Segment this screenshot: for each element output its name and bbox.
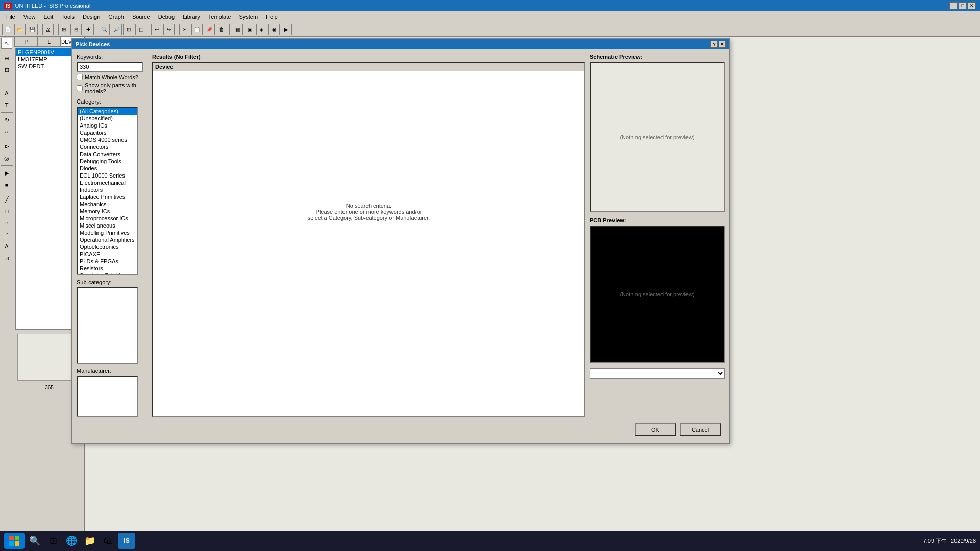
dialog-title-text: Pick Devices (76, 41, 110, 47)
dialog-help-btn[interactable]: ? (710, 41, 718, 48)
dialog-overlay: Pick Devices ? ✕ Keywords: (0, 0, 980, 551)
subcategory-label: Sub-category: (77, 279, 148, 285)
cancel-button[interactable]: Cancel (680, 423, 721, 436)
cat-item-microprocessor-ics[interactable]: Microprocessor ICs (78, 215, 137, 222)
pcb-preview-box: (Nothing selected for preview) (590, 226, 725, 363)
taskbar-edge[interactable]: 🌐 (63, 533, 80, 549)
schematic-preview-box: (Nothing selected for preview) (590, 62, 725, 212)
match-whole-words-checkbox[interactable] (77, 74, 83, 80)
dialog-close-btn[interactable]: ✕ (719, 41, 726, 48)
match-whole-words-row: Match Whole Words? (77, 74, 148, 80)
windows-logo (9, 536, 19, 546)
cat-item-inductors[interactable]: Inductors (78, 186, 137, 193)
show-only-parts-label: Show only parts with models? (85, 82, 148, 94)
cat-item-debugging-tools[interactable]: Debugging Tools (78, 158, 137, 165)
cat-item-data-converters[interactable]: Data Converters (78, 151, 137, 158)
cat-item-sim-primitives[interactable]: Simulator Primitives (78, 272, 137, 275)
cat-item-optoelectronics[interactable]: Optoelectronics (78, 243, 137, 251)
dialog-title-controls: ? ✕ (710, 41, 726, 48)
svg-rect-2 (9, 541, 14, 546)
no-results-line1: No search criteria. (346, 203, 391, 209)
cat-item-resistors[interactable]: Resistors (78, 265, 137, 272)
keywords-input[interactable] (77, 62, 143, 72)
results-header: Results (No Filter) (152, 54, 585, 60)
cat-item-all[interactable]: (All Categories) (78, 108, 137, 115)
manufacturer-listbox[interactable] (77, 376, 138, 417)
taskbar: 🔍 ⊡ 🌐 📁 🛍 IS 7:09 下午 2020/9/28 (0, 531, 980, 551)
match-whole-words-label: Match Whole Words? (85, 74, 138, 80)
taskbar-isis[interactable]: IS (118, 533, 135, 549)
dialog-left-col: Keywords: Match Whole Words? Show only p… (77, 54, 148, 417)
cat-item-electromech[interactable]: Electromechanical (78, 179, 137, 186)
cat-item-capacitors[interactable]: Capacitors (78, 129, 137, 136)
taskbar-time: 7:09 下午 (923, 537, 947, 545)
cat-item-cmos4000[interactable]: CMOS 4000 series (78, 136, 137, 143)
dialog-right-col: Schematic Preview: (Nothing selected for… (590, 54, 725, 417)
subcategory-listbox[interactable] (77, 287, 138, 364)
manufacturer-label: Manufacturer: (77, 368, 148, 374)
dialog-body: Keywords: Match Whole Words? Show only p… (72, 49, 729, 443)
svg-rect-1 (15, 536, 19, 540)
cat-item-miscellaneous[interactable]: Miscellaneous (78, 222, 137, 229)
schematic-preview-label: Schematic Preview: (590, 54, 725, 60)
cat-item-diodes[interactable]: Diodes (78, 165, 137, 172)
keywords-label: Keywords: (77, 54, 148, 60)
show-only-parts-checkbox[interactable] (77, 85, 83, 91)
results-empty-state: No search criteria. Please enter one or … (153, 71, 584, 352)
cat-item-ecl10000[interactable]: ECL 10000 Series (78, 172, 137, 179)
ok-button[interactable]: OK (635, 423, 676, 436)
pcb-preview-label: PCB Preview: (590, 217, 725, 223)
start-button[interactable] (4, 533, 24, 549)
taskbar-right: 7:09 下午 2020/9/28 (923, 537, 976, 545)
preview-dropdown[interactable] (590, 368, 725, 379)
category-listbox[interactable]: (All Categories) (Unspecified) Analog IC… (77, 107, 138, 275)
taskbar-store[interactable]: 🛍 (100, 533, 116, 549)
taskbar-taskview[interactable]: ⊡ (45, 533, 61, 549)
pcb-preview-text: (Nothing selected for preview) (620, 291, 694, 297)
cat-item-connectors[interactable]: Connectors (78, 143, 137, 151)
schematic-preview-text: (Nothing selected for preview) (620, 134, 694, 140)
svg-rect-3 (15, 541, 19, 546)
results-table[interactable]: Device No search criteria. Please enter … (152, 62, 585, 417)
cat-item-modelling-primitives[interactable]: Modelling Primitives (78, 229, 137, 236)
cat-item-picaxe[interactable]: PICAXE (78, 251, 137, 258)
svg-rect-0 (9, 536, 14, 540)
taskbar-search[interactable]: 🔍 (27, 533, 43, 549)
taskbar-explorer[interactable]: 📁 (82, 533, 98, 549)
pick-devices-dialog: Pick Devices ? ✕ Keywords: (71, 38, 730, 444)
category-label: Category: (77, 98, 148, 105)
taskbar-date: 2020/9/28 (951, 538, 976, 544)
results-col-header: Device (153, 63, 584, 71)
cat-item-unspecified[interactable]: (Unspecified) (78, 115, 137, 122)
cat-item-plds-fpgas[interactable]: PLDs & FPGAs (78, 258, 137, 265)
show-only-parts-row: Show only parts with models? (77, 82, 148, 94)
no-results-line2: Please enter one or more keywords and/or (316, 209, 422, 215)
dialog-center-col: Results (No Filter) Device No search cri… (152, 54, 585, 417)
preview-dropdown-wrapper (590, 368, 725, 379)
no-results-line3: select a Category, Sub-category or Manuf… (308, 215, 430, 221)
cat-item-laplace[interactable]: Laplace Primitives (78, 193, 137, 201)
dialog-title-bar: Pick Devices ? ✕ (72, 39, 729, 49)
dialog-footer: OK Cancel (77, 420, 725, 439)
cat-item-op-amps[interactable]: Operational Amplifiers (78, 236, 137, 243)
dialog-main-row: Keywords: Match Whole Words? Show only p… (77, 54, 725, 417)
cat-item-mechanics[interactable]: Mechanics (78, 201, 137, 208)
cat-item-memory-ics[interactable]: Memory ICs (78, 208, 137, 215)
cat-item-analog-ics[interactable]: Analog ICs (78, 122, 137, 129)
